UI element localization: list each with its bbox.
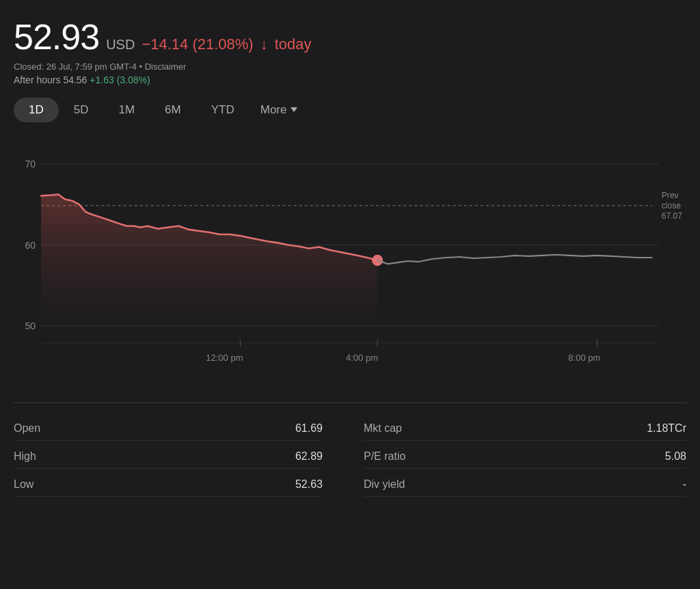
svg-text:4:00 pm: 4:00 pm [346, 353, 378, 363]
svg-text:12:00 pm: 12:00 pm [206, 353, 243, 363]
price-currency: USD [106, 37, 135, 53]
price-today: today [275, 36, 312, 53]
stat-value-div: - [683, 478, 686, 491]
stat-label-pe: P/E ratio [364, 450, 405, 463]
price-meta: Closed: 26 Jul, 7:59 pm GMT-4 • Disclaim… [14, 60, 686, 74]
stat-row-high: High 62.89 [14, 445, 323, 469]
stat-value-high: 62.89 [295, 450, 323, 463]
price-section: 52.93 USD −14.14 (21.08%) ↓ today Closed… [14, 16, 686, 85]
chart-container: 70 60 50 Prev close 67.07 12:00 pm 4:00 … [14, 129, 686, 389]
divider [14, 402, 686, 403]
tab-ytd[interactable]: YTD [196, 98, 250, 122]
svg-text:Prev: Prev [662, 190, 679, 200]
stat-label-open: Open [14, 422, 40, 435]
after-hours: After hours 54.56 +1.63 (3.08%) [14, 74, 686, 85]
after-hours-value: 54.56 [63, 74, 87, 85]
after-hours-change: +1.63 (3.08%) [90, 74, 150, 85]
stat-value-mktcap: 1.18TCr [647, 422, 686, 435]
tab-more[interactable]: More [250, 98, 309, 122]
price-change: −14.14 (21.08%) [142, 36, 253, 53]
stat-value-pe: 5.08 [665, 450, 686, 463]
tab-5d[interactable]: 5D [59, 98, 104, 122]
stat-label-low: Low [14, 478, 33, 491]
svg-text:8:00 pm: 8:00 pm [568, 353, 600, 363]
stat-value-low: 52.63 [295, 478, 323, 491]
price-main: 52.93 USD −14.14 (21.08%) ↓ today [14, 16, 686, 57]
more-label: More [260, 103, 287, 117]
tab-6m[interactable]: 6M [150, 98, 196, 122]
chevron-down-icon [291, 107, 297, 112]
svg-text:close: close [662, 201, 681, 210]
svg-text:60: 60 [25, 239, 36, 250]
stat-value-open: 61.69 [295, 422, 323, 435]
stat-row-div: Div yield - [364, 473, 686, 497]
price-value: 52.93 [14, 16, 99, 57]
svg-text:67.07: 67.07 [662, 211, 682, 221]
stat-label-mktcap: Mkt cap [364, 422, 402, 435]
stat-label-div: Div yield [364, 478, 405, 491]
price-arrow-icon: ↓ [260, 36, 268, 53]
stats-left: Open 61.69 High 62.89 Low 52.63 [14, 417, 350, 497]
stat-row-pe: P/E ratio 5.08 [364, 445, 686, 469]
stat-row-low: Low 52.63 [14, 473, 323, 497]
stats-right: Mkt cap 1.18TCr P/E ratio 5.08 Div yield… [350, 417, 686, 497]
tab-1m[interactable]: 1M [103, 98, 150, 122]
svg-text:50: 50 [25, 320, 36, 331]
after-hours-label: After hours [14, 74, 60, 85]
stat-row-open: Open 61.69 [14, 417, 323, 441]
chart-svg: 70 60 50 Prev close 67.07 12:00 pm 4:00 … [14, 129, 686, 389]
tab-1d[interactable]: 1D [14, 98, 59, 122]
closed-info: Closed: 26 Jul, 7:59 pm GMT-4 • Disclaim… [14, 61, 186, 72]
svg-text:70: 70 [25, 159, 36, 169]
time-tabs: 1D 5D 1M 6M YTD More [14, 98, 686, 122]
stat-label-high: High [14, 450, 36, 463]
stats-grid: Open 61.69 High 62.89 Low 52.63 Mkt cap … [14, 417, 686, 497]
stat-row-mktcap: Mkt cap 1.18TCr [364, 417, 686, 441]
